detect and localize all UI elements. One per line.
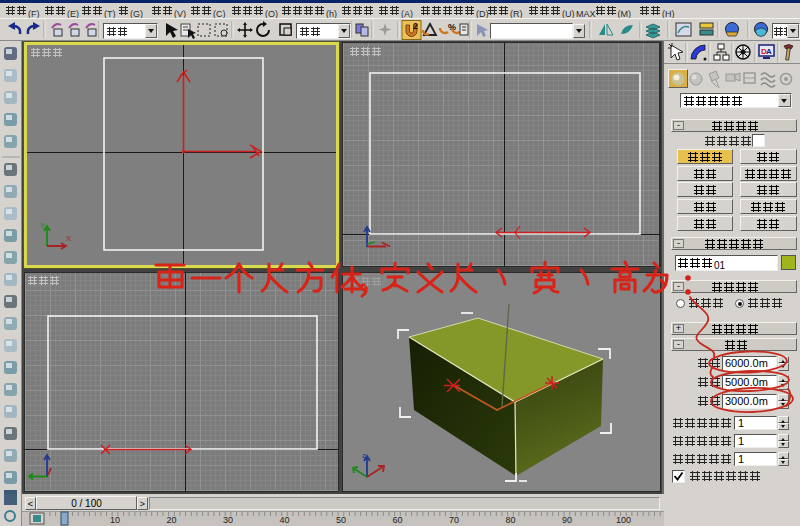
svg-text:50: 50 (336, 515, 346, 525)
svg-text:100: 100 (616, 515, 631, 525)
svg-text:2: 2 (413, 21, 418, 31)
svg-text:90: 90 (562, 515, 572, 525)
svg-text:80: 80 (505, 515, 515, 525)
svg-text:20: 20 (166, 515, 176, 525)
svg-text:A: A (766, 47, 772, 56)
svg-text:70: 70 (449, 515, 459, 525)
svg-text:60: 60 (392, 515, 402, 525)
svg-text:40: 40 (279, 515, 289, 525)
svg-text:10: 10 (110, 515, 120, 525)
svg-text:30: 30 (223, 515, 233, 525)
